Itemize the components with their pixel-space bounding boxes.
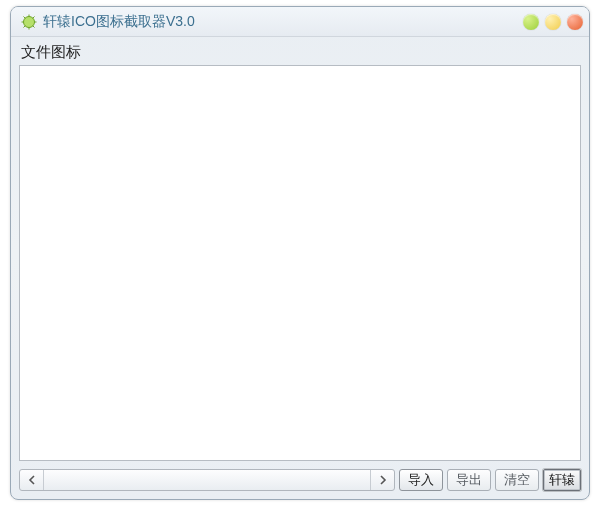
titlebar[interactable]: 轩辕ICO图标截取器V3.0: [11, 7, 589, 37]
window-controls: [523, 14, 583, 30]
svg-line-8: [24, 25, 26, 27]
bottom-bar: 导入 导出 清空 轩辕: [11, 463, 589, 499]
scroll-right-button[interactable]: [370, 470, 394, 490]
clear-button[interactable]: 清空: [495, 469, 539, 491]
brand-button[interactable]: 轩辕: [543, 469, 581, 491]
client-area: 文件图标: [11, 37, 589, 463]
svg-line-7: [33, 16, 35, 18]
horizontal-scrollbar[interactable]: [19, 469, 395, 491]
maximize-button[interactable]: [545, 14, 561, 30]
window-title: 轩辕ICO图标截取器V3.0: [43, 13, 523, 31]
minimize-button[interactable]: [523, 14, 539, 30]
icon-list-area[interactable]: [19, 65, 581, 461]
svg-line-6: [33, 25, 35, 27]
app-icon: [21, 14, 37, 30]
close-button[interactable]: [567, 14, 583, 30]
app-window: 轩辕ICO图标截取器V3.0 文件图标 导入 导出 清空 轩辕: [10, 6, 590, 500]
panel-label: 文件图标: [19, 41, 581, 64]
svg-line-5: [24, 16, 26, 18]
export-button[interactable]: 导出: [447, 469, 491, 491]
scroll-left-button[interactable]: [20, 470, 44, 490]
import-button[interactable]: 导入: [399, 469, 443, 491]
scrollbar-track[interactable]: [44, 470, 370, 490]
